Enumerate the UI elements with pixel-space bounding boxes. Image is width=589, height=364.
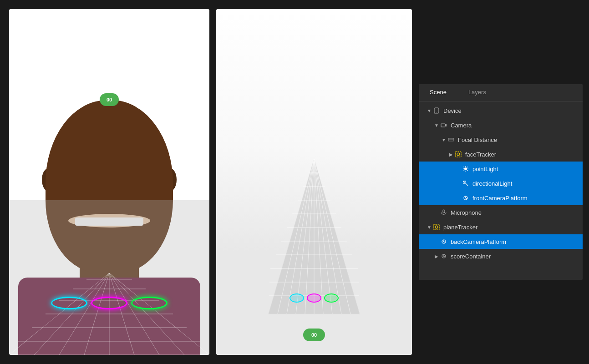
panel-tab-bar: Scene Layers [419, 84, 583, 101]
tree-item-pointlight[interactable]: pointLight [419, 162, 583, 176]
tree-item-camera[interactable]: Camera [419, 118, 583, 132]
label-planetracker: planeTracker [443, 224, 477, 231]
tree-item-scorecontainer[interactable]: scoreContainer [419, 249, 583, 263]
tree-item-frontcamera[interactable]: frontCameraPlatform [419, 191, 583, 205]
svg-point-47 [457, 153, 460, 156]
icon-scorecontainer [440, 252, 448, 260]
tab-layers[interactable]: Layers [457, 84, 497, 101]
label-microphone: Microphone [451, 209, 482, 216]
tree-item-planetracker[interactable]: planeTracker [419, 220, 583, 234]
arrow-focal [441, 136, 447, 143]
ar-circles-3d [289, 293, 339, 303]
label-camera: Camera [451, 122, 472, 129]
arrow-camera [433, 122, 440, 128]
arrow-scorecontainer [433, 253, 440, 259]
icon-pointlight [462, 165, 470, 173]
label-pointlight: pointLight [472, 166, 498, 172]
left-viewport: 00 [9, 9, 209, 355]
tree-item-directionallight[interactable]: directionalLight [419, 176, 583, 191]
scene-panel: Scene Layers Device Camera Focal Di [419, 84, 583, 280]
circle-cyan-3d [289, 293, 304, 303]
ring-green [131, 297, 168, 309]
icon-camera [440, 121, 448, 129]
tree-item-device[interactable]: Device [419, 103, 583, 118]
icon-planetracker [432, 223, 441, 231]
svg-point-73 [443, 241, 444, 242]
badge-3d: 00 [303, 329, 325, 341]
icon-device [432, 106, 441, 115]
svg-line-55 [467, 167, 467, 167]
label-frontcamera: frontCameraPlatform [472, 195, 528, 202]
tree-item-facetracker[interactable]: faceTracker [419, 147, 583, 162]
tree-item-backcamera[interactable]: backCameraPlatform [419, 234, 583, 249]
svg-line-53 [464, 167, 464, 167]
icon-facetracker [454, 150, 462, 158]
icon-frontcameraplatform [462, 194, 470, 202]
tab-scene[interactable]: Scene [419, 84, 457, 101]
label-directionallight: directionalLight [472, 180, 512, 187]
svg-point-77 [443, 256, 444, 257]
label-device: Device [443, 107, 462, 114]
circle-green-3d [324, 293, 339, 303]
face-badge: 00 [100, 93, 119, 106]
ring-magenta [91, 297, 127, 309]
svg-rect-42 [441, 124, 445, 127]
svg-point-65 [465, 197, 466, 198]
arrow-planetracker [426, 224, 432, 230]
icon-microphone [440, 208, 448, 217]
svg-point-48 [464, 167, 467, 170]
scene-tree: Device Camera Focal Distance faceTracker [419, 101, 583, 265]
ar-rings [51, 297, 168, 309]
svg-point-69 [435, 226, 438, 228]
label-facetracker: faceTracker [465, 151, 496, 158]
svg-rect-68 [434, 224, 439, 230]
svg-line-54 [467, 170, 467, 171]
svg-rect-66 [443, 210, 445, 213]
arrow-facetracker [448, 151, 454, 157]
icon-directionallight [462, 179, 470, 187]
svg-rect-46 [456, 152, 461, 157]
tree-item-focal[interactable]: Focal Distance [419, 132, 583, 147]
label-backcamera: backCameraPlatform [451, 238, 506, 245]
tree-item-microphone[interactable]: Microphone [419, 205, 583, 220]
icon-focal [447, 136, 455, 144]
icon-backcameraplatform [440, 238, 448, 246]
label-scorecontainer: scoreContainer [451, 253, 491, 260]
svg-line-56 [464, 170, 464, 171]
label-focal: Focal Distance [458, 136, 497, 143]
circle-magenta-3d [307, 293, 321, 303]
arrow-device [426, 107, 432, 114]
ring-cyan [51, 297, 87, 309]
middle-viewport: 00 [216, 9, 412, 355]
